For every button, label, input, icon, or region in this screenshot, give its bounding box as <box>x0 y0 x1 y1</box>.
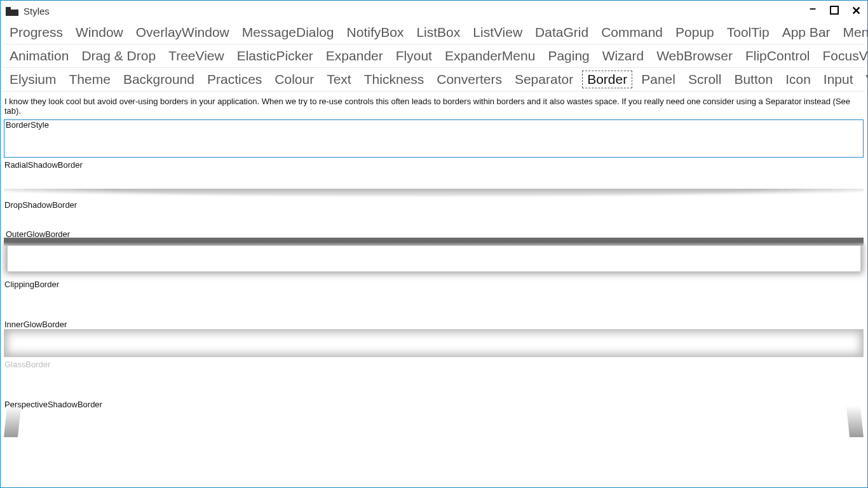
tab-colour[interactable]: Colour <box>268 69 320 90</box>
tab-overlaywindow[interactable]: OverlayWindow <box>130 22 236 43</box>
tab-row-2: AnimationDrag & DropTreeViewElasticPicke… <box>3 44 865 68</box>
tab-animation[interactable]: Animation <box>3 46 75 66</box>
tab-button[interactable]: Button <box>728 69 779 90</box>
tab-expander[interactable]: Expander <box>320 46 390 66</box>
tab-separator[interactable]: Separator <box>508 69 580 90</box>
border-description: I know they look cool but avoid over-usi… <box>3 95 867 119</box>
tab-thickness[interactable]: Thickness <box>358 69 431 90</box>
border-example-perspectiveshadow: PerspectiveShadowBorder <box>3 400 867 437</box>
perspectiveshadow-label: PerspectiveShadowBorder <box>3 400 867 409</box>
border-example-clipping: ClippingBorder <box>3 280 867 317</box>
tab-converters[interactable]: Converters <box>430 69 508 90</box>
tab-border[interactable]: Border <box>581 69 634 90</box>
tab-window[interactable]: Window <box>69 22 130 43</box>
tab-drag-drop[interactable]: Drag & Drop <box>75 46 162 66</box>
tab-treeview[interactable]: TreeView <box>162 46 231 66</box>
border-example-radialshadow: RadialShadowBorder <box>3 160 867 198</box>
glass-label: GlassBorder <box>3 360 867 369</box>
tab-paging[interactable]: Paging <box>541 46 595 66</box>
radialshadow-label: RadialShadowBorder <box>3 160 867 170</box>
maximize-button[interactable] <box>828 5 841 17</box>
tab-background[interactable]: Background <box>117 69 201 90</box>
tab-webbrowser[interactable]: WebBrowser <box>650 46 739 66</box>
border-example-innerglow: InnerGlowBorder <box>3 320 867 357</box>
svg-rect-2 <box>831 6 838 14</box>
tab-elasticpicker[interactable]: ElasticPicker <box>231 46 320 66</box>
close-button[interactable]: ✕ <box>850 5 862 17</box>
tab-listview[interactable]: ListView <box>466 22 529 43</box>
tab-validation[interactable]: Validation <box>860 69 868 90</box>
tab-menuitem[interactable]: MenuItem <box>837 22 868 43</box>
tab-expandermenu[interactable]: ExpanderMenu <box>438 46 541 66</box>
titlebar: Styles – ✕ <box>1 1 867 21</box>
window-title: Styles <box>24 6 806 17</box>
tab-elysium[interactable]: Elysium <box>3 69 63 90</box>
tab-notifybox[interactable]: NotifyBox <box>341 22 410 43</box>
tab-text[interactable]: Text <box>320 69 358 90</box>
borderstyle-label: BorderStyle <box>4 120 863 130</box>
glass-demo <box>4 369 864 397</box>
tab-strip: ProgressWindowOverlayWindowMessageDialog… <box>1 21 867 92</box>
tab-messagedialog[interactable]: MessageDialog <box>236 22 341 43</box>
tab-app-bar[interactable]: App Bar <box>776 22 837 43</box>
tab-row-1: ProgressWindowOverlayWindowMessageDialog… <box>3 21 865 44</box>
border-example-outerglow: OuterGlowBorder <box>3 245 867 272</box>
innerglow-demo <box>4 329 864 357</box>
tab-scroll[interactable]: Scroll <box>682 69 728 90</box>
tab-row-3: ElysiumThemeBackgroundPracticesColourTex… <box>3 68 865 92</box>
tab-practices[interactable]: Practices <box>201 69 268 90</box>
tab-command[interactable]: Command <box>595 22 669 43</box>
clipping-demo <box>4 289 864 317</box>
tab-listbox[interactable]: ListBox <box>410 22 466 43</box>
tab-input[interactable]: Input <box>817 69 860 90</box>
tab-progress[interactable]: Progress <box>3 22 69 43</box>
tab-flyout[interactable]: Flyout <box>390 46 438 66</box>
border-example-glass: GlassBorder <box>3 360 867 397</box>
app-icon <box>6 6 18 16</box>
outerglow-label: OuterGlowBorder <box>4 229 857 239</box>
outerglow-demo: OuterGlowBorder <box>7 245 861 272</box>
minimize-button[interactable]: – <box>806 3 819 14</box>
tab-focusvisualstyle[interactable]: FocusVisualStyle <box>817 46 869 66</box>
borderstyle-demo: BorderStyle <box>4 119 864 158</box>
svg-rect-1 <box>6 10 18 16</box>
innerglow-label: InnerGlowBorder <box>3 320 867 329</box>
border-example-borderstyle: BorderStyle <box>3 119 867 158</box>
svg-rect-0 <box>6 7 11 10</box>
radialshadow-demo <box>4 170 864 198</box>
tab-wizard[interactable]: Wizard <box>596 46 650 66</box>
tab-tooltip[interactable]: ToolTip <box>721 22 776 43</box>
window-controls: – ✕ <box>806 5 862 17</box>
tab-content-border: I know they look cool but avoid over-usi… <box>1 92 867 437</box>
clipping-label: ClippingBorder <box>3 280 867 289</box>
perspectiveshadow-demo <box>4 409 864 437</box>
tab-datagrid[interactable]: DataGrid <box>529 22 595 43</box>
tab-panel[interactable]: Panel <box>635 69 682 90</box>
tab-icon[interactable]: Icon <box>779 69 817 90</box>
tab-flipcontrol[interactable]: FlipControl <box>739 46 817 66</box>
tab-theme[interactable]: Theme <box>63 69 117 90</box>
dropshadow-label: DropShadowBorder <box>3 200 867 210</box>
tab-popup[interactable]: Popup <box>669 22 721 43</box>
